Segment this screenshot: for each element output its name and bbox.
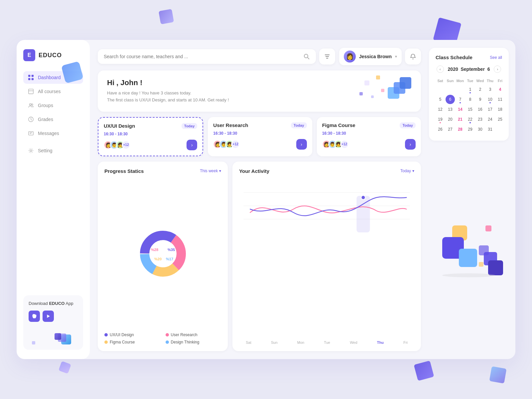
cal-day-25[interactable]: 25	[495, 115, 505, 124]
cal-day-28[interactable]: 28	[456, 125, 465, 134]
sidebar-item-messages[interactable]: Messages	[23, 127, 83, 140]
svg-point-30	[150, 241, 176, 266]
cal-day-30[interactable]: 30	[475, 125, 485, 134]
cal-day-12[interactable]: 12	[436, 105, 445, 114]
cal-day-15[interactable]: 15	[466, 105, 475, 114]
cal-day-18[interactable]: 18	[495, 105, 505, 114]
svg-point-7	[31, 104, 33, 105]
logo-icon: E	[23, 49, 35, 61]
cal-day-11[interactable]: 11	[495, 95, 505, 104]
bottom-row: Progress Statics This week ▾	[98, 162, 421, 351]
avatar-count-1: +12	[231, 140, 240, 149]
calendar-prev-button[interactable]: ‹	[437, 66, 444, 73]
cal-day-5[interactable]: 5	[436, 95, 445, 104]
svg-point-39	[361, 196, 365, 200]
progress-card: Progress Statics This week ▾	[98, 162, 228, 351]
legend-dot-2	[104, 340, 108, 344]
svg-text:%28: %28	[151, 248, 158, 252]
cal-day-24[interactable]: 24	[485, 115, 495, 124]
top-bar-left	[98, 49, 335, 65]
notification-button[interactable]	[405, 49, 421, 65]
user-profile[interactable]: 👩 Jessica Brown ▾	[339, 48, 402, 65]
cal-day-4[interactable]: 4	[495, 85, 505, 94]
users-icon	[28, 102, 34, 108]
course-card-2[interactable]: Figma Course Today 16:30 - 18:30 👩 👨 👧 +…	[317, 117, 421, 156]
right-deco	[429, 146, 509, 351]
cal-day-8[interactable]: 8	[466, 95, 475, 104]
sidebar-item-all-courses[interactable]: All courses	[23, 85, 83, 98]
course-card-1[interactable]: User Research Today 16:30 - 18:30 👩 👨 👧 …	[208, 117, 312, 156]
cal-day-3[interactable]: 3	[485, 85, 495, 94]
cal-empty-3	[456, 85, 465, 94]
calendar-grid: Sat Sun Mon Tue Wed Thu Fri 1 2 3 4 5 6 …	[436, 77, 502, 134]
sidebar-item-dashboard[interactable]: Dashboard	[23, 71, 83, 84]
cal-day-17[interactable]: 17	[485, 105, 495, 114]
cal-day-20[interactable]: 20	[446, 115, 455, 124]
progress-filter[interactable]: This week ▾	[200, 169, 221, 173]
activity-line-chart	[239, 179, 414, 232]
cal-day-6[interactable]: 6	[446, 95, 455, 104]
course-card-2-avatars: 👩 👨 👧 +12	[322, 140, 349, 149]
course-card-2-header: Figma Course Today	[322, 122, 416, 128]
cal-day-7[interactable]: 7	[456, 95, 465, 104]
logo-area: E EDUCO	[23, 49, 83, 61]
activity-chart	[239, 179, 414, 339]
legend-item-2: Figma Course	[104, 340, 160, 344]
cal-day-26[interactable]: 26	[436, 125, 445, 134]
activity-filter[interactable]: Today ▾	[400, 169, 414, 173]
course-card-1-header: User Research Today	[213, 122, 307, 128]
cal-day-1[interactable]: 1	[466, 85, 475, 94]
svg-point-12	[304, 54, 308, 58]
calendar-see-all[interactable]: See all	[490, 55, 502, 60]
download-app-section: Download EDUCO App	[23, 295, 83, 350]
cal-day-10[interactable]: 10	[485, 95, 495, 104]
search-input[interactable]	[104, 54, 300, 59]
progress-card-header: Progress Statics This week ▾	[104, 168, 221, 174]
avatar-count-0: +12	[122, 141, 130, 149]
svg-rect-2	[28, 78, 30, 80]
sidebar-item-grades[interactable]: Grades	[23, 113, 83, 126]
cal-day-16[interactable]: 16	[475, 105, 485, 114]
day-sat: Sat	[246, 340, 251, 344]
cal-day-2[interactable]: 2	[475, 85, 485, 94]
cal-day-27[interactable]: 27	[446, 125, 455, 134]
cal-day-14[interactable]: 14	[456, 105, 465, 114]
sidebar-item-setting[interactable]: Setting	[23, 144, 83, 157]
course-card-1-footer: 👩 👨 👧 +12 ›	[213, 139, 307, 150]
grades-icon	[28, 116, 34, 122]
cal-day-21[interactable]: 21	[456, 115, 465, 124]
course-card-2-badge: Today	[400, 122, 416, 128]
apple-store-button[interactable]	[29, 311, 40, 322]
search-icon[interactable]	[303, 53, 310, 60]
calendar-next-button[interactable]: ›	[494, 66, 501, 73]
play-store-button[interactable]	[43, 311, 54, 322]
main-content: 👩 Jessica Brown ▾ Hi , John ! Have a nic…	[90, 40, 429, 359]
course-card-1-avatars: 👩 👨 👧 +12	[213, 140, 240, 149]
sidebar-staircase-deco	[29, 325, 78, 344]
svg-rect-47	[479, 262, 483, 267]
cal-empty-1	[436, 85, 445, 94]
cal-day-29[interactable]: 29	[466, 125, 475, 134]
cal-day-31[interactable]: 31	[485, 125, 495, 134]
cal-day-19[interactable]: 19	[436, 115, 445, 124]
cal-day-9[interactable]: 9	[475, 95, 485, 104]
sidebar-item-groups[interactable]: Groups	[23, 99, 83, 112]
logo-text: EDUCO	[39, 52, 62, 59]
course-card-1-arrow[interactable]: ›	[296, 139, 307, 150]
day-thu: Thu	[377, 340, 384, 344]
course-card-0-title: UX/UI Design	[104, 123, 135, 129]
cal-day-13[interactable]: 13	[446, 105, 455, 114]
course-card-0-arrow[interactable]: ›	[187, 140, 197, 150]
filter-button[interactable]	[319, 49, 335, 65]
app-buttons	[29, 311, 78, 322]
cal-day-23[interactable]: 23	[475, 115, 485, 124]
svg-line-13	[308, 58, 309, 59]
course-card-0[interactable]: UX/UI Design Today 16:30 - 18:30 👩 👨 👧 +…	[98, 117, 203, 156]
svg-rect-45	[488, 260, 503, 275]
course-card-2-arrow[interactable]: ›	[405, 139, 416, 150]
cal-header-wed: Wed	[475, 77, 485, 84]
download-app-text: Download EDUCO App	[29, 301, 78, 307]
cal-day-22[interactable]: 22	[466, 115, 475, 124]
course-card-2-time: 16:30 - 18:30	[322, 131, 416, 136]
deco-cube-3	[59, 361, 71, 374]
